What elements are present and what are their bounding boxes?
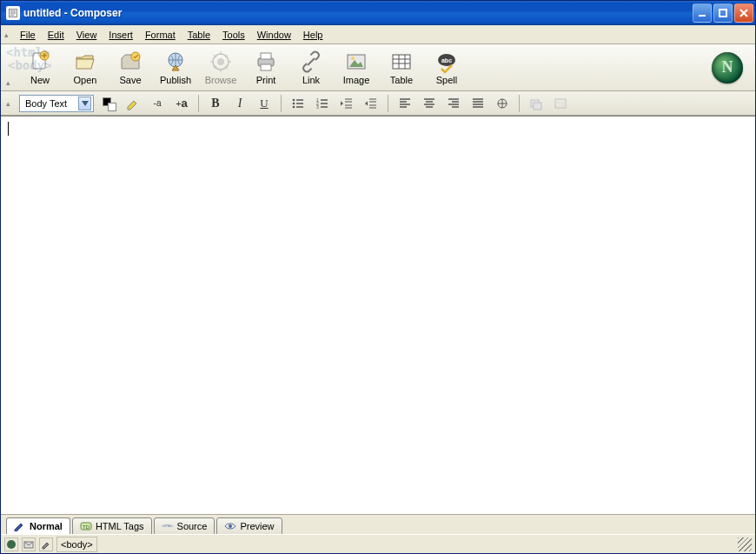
svg-text:<HTML>: <HTML> <box>162 524 173 528</box>
indent-button[interactable] <box>361 94 381 113</box>
browse-icon <box>209 50 233 74</box>
outdent-button[interactable] <box>337 94 356 113</box>
align-justify-button[interactable] <box>468 94 487 113</box>
menu-help[interactable]: Help <box>297 28 329 42</box>
smaller-text-icon: -a <box>154 98 162 108</box>
align-justify-icon <box>471 97 485 110</box>
text-direction-button[interactable] <box>493 94 512 113</box>
bold-icon: B <box>211 97 219 110</box>
title-bar[interactable]: untitled - Composer <box>1 1 755 25</box>
svg-point-14 <box>351 57 355 60</box>
paragraph-style-combo[interactable]: Body Text <box>19 95 94 112</box>
svg-text:3: 3 <box>316 104 319 110</box>
spell-button[interactable]: abc Spell <box>424 46 469 90</box>
separator <box>281 95 282 112</box>
close-button[interactable] <box>734 3 753 23</box>
menu-table[interactable]: Table <box>182 28 216 42</box>
highlighter-icon <box>126 97 140 110</box>
window-title: untitled - Composer <box>23 7 122 19</box>
tab-html-tags[interactable]: TD HTML Tags <box>72 517 152 535</box>
align-right-button[interactable] <box>444 94 463 113</box>
save-button[interactable]: Save <box>108 46 153 90</box>
underline-icon: U <box>260 97 268 110</box>
separator <box>519 95 520 112</box>
svg-point-33 <box>229 524 232 528</box>
browse-button: Browse <box>198 46 243 90</box>
menu-edit[interactable]: Edit <box>42 28 70 42</box>
numbered-list-icon: 123 <box>315 97 329 110</box>
print-icon <box>254 50 278 74</box>
save-icon <box>118 50 143 74</box>
layer-icon <box>529 97 543 110</box>
increase-font-button[interactable]: +a <box>172 94 191 113</box>
status-path[interactable]: <body> <box>56 537 97 552</box>
numbered-list-button[interactable]: 123 <box>313 94 332 113</box>
new-button[interactable]: New <box>17 46 63 90</box>
menu-format[interactable]: Format <box>139 28 182 42</box>
align-right-icon <box>447 97 461 110</box>
image-icon <box>344 50 368 74</box>
chevron-down-icon <box>78 97 91 110</box>
print-button[interactable]: Print <box>243 46 288 90</box>
svg-rect-26 <box>534 103 541 110</box>
svg-rect-10 <box>261 53 271 59</box>
format-toolbar-grip-icon[interactable]: ▴ <box>6 99 14 108</box>
align-center-button[interactable] <box>420 94 439 113</box>
outdent-icon <box>340 97 354 110</box>
composer-window: untitled - Composer ▴ File Edit View Ins… <box>0 0 756 554</box>
tab-preview[interactable]: Preview <box>216 517 282 535</box>
svg-point-18 <box>293 98 295 101</box>
status-navigator-icon[interactable] <box>4 537 18 551</box>
align-left-button[interactable] <box>395 94 414 113</box>
svg-rect-29 <box>561 101 564 106</box>
insert-layer-button[interactable] <box>527 94 546 113</box>
image-button[interactable]: Image <box>334 46 379 90</box>
menu-tools[interactable]: Tools <box>216 28 251 42</box>
publish-button[interactable]: Publish <box>153 46 198 90</box>
tab-normal[interactable]: Normal <box>6 517 70 535</box>
template-icon <box>554 97 567 110</box>
svg-rect-2 <box>720 10 726 17</box>
color-swatch-icon <box>103 97 115 110</box>
status-composer-icon[interactable] <box>39 537 53 551</box>
menu-bar: ▴ File Edit View Insert Format Table Too… <box>1 25 755 44</box>
bold-button[interactable]: B <box>206 94 225 113</box>
pencil-icon <box>14 521 26 531</box>
maximize-button[interactable] <box>713 3 733 23</box>
align-left-icon <box>398 97 412 110</box>
format-toolbar: ▴ Body Text -a +a B I U 123 <box>1 91 755 116</box>
editor-canvas[interactable] <box>1 116 755 514</box>
menubar-grip-icon[interactable]: ▴ <box>4 30 12 39</box>
view-mode-tabs: Normal TD HTML Tags <HTML> Source Previe… <box>1 514 755 534</box>
bullet-list-icon <box>291 97 305 110</box>
table-button[interactable]: Table <box>379 46 424 90</box>
decrease-font-button[interactable]: -a <box>148 94 167 113</box>
insert-template-button[interactable] <box>551 94 570 113</box>
toolbar-grip-icon[interactable]: ▴ <box>6 78 14 87</box>
svg-point-20 <box>293 105 295 108</box>
netscape-throbber-icon[interactable]: N <box>712 52 743 83</box>
menu-window[interactable]: Window <box>251 28 297 42</box>
bulleted-list-button[interactable] <box>288 94 308 113</box>
status-mail-icon[interactable] <box>22 537 36 551</box>
indent-icon <box>364 97 378 110</box>
link-button[interactable]: Link <box>288 46 334 90</box>
open-button[interactable]: Open <box>63 46 108 90</box>
text-color-button[interactable] <box>99 94 118 113</box>
menu-file[interactable]: File <box>14 28 42 42</box>
folder-open-icon <box>73 50 97 74</box>
underline-button[interactable]: U <box>255 94 274 113</box>
menu-insert[interactable]: Insert <box>103 28 139 42</box>
tab-source[interactable]: <HTML> Source <box>154 517 216 535</box>
svg-point-19 <box>293 102 295 104</box>
highlight-button[interactable] <box>123 94 143 113</box>
tag-icon: TD <box>80 521 92 531</box>
menu-view[interactable]: View <box>70 28 103 42</box>
direction-icon <box>495 97 509 110</box>
main-toolbar: <html> <body> ▴ New Open Save Pub <box>1 44 755 91</box>
resize-grip-icon[interactable] <box>738 537 752 551</box>
separator <box>198 95 199 112</box>
app-icon <box>6 6 20 20</box>
italic-button[interactable]: I <box>230 94 249 113</box>
minimize-button[interactable] <box>693 3 712 23</box>
